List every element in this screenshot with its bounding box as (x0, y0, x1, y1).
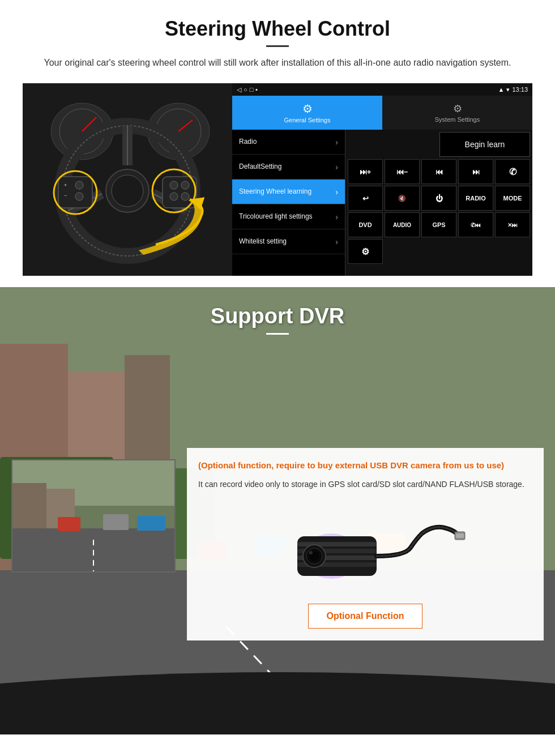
ctrl-btn-mode[interactable]: MODE (495, 186, 530, 211)
statusbar-square: □ (250, 86, 254, 93)
statusbar-time: 13:13 (512, 86, 528, 93)
dvr-thumb-inner (12, 460, 174, 571)
svg-point-16 (112, 175, 143, 207)
ctrl-btn-radio[interactable]: RADIO (458, 186, 493, 211)
svg-rect-42 (12, 483, 46, 528)
chevron-icon: › (335, 212, 338, 221)
dvr-lower: (Optional function, require to buy exter… (0, 448, 555, 640)
system-settings-icon: ⚙ (453, 102, 462, 115)
menu-area: Radio › DefaultSetting › Steering Wheel … (232, 130, 532, 276)
general-settings-icon: ⚙ (302, 102, 313, 116)
svg-point-23 (170, 181, 178, 189)
dvr-thumb-svg (12, 460, 174, 571)
statusbar-back: ◁ (237, 86, 241, 93)
dvr-description: It can record video only to storage in G… (198, 478, 532, 490)
dvr-thumbnail (11, 459, 176, 573)
ctrl-btn-vol-dn[interactable]: ⏮− (385, 159, 420, 184)
svg-rect-45 (58, 517, 80, 531)
menu-item-steering[interactable]: Steering Wheel learning › (232, 180, 345, 204)
svg-point-20 (75, 181, 83, 189)
optional-function-container: Optional Function (198, 599, 532, 629)
ctrl-btn-mute[interactable]: 🔇 (385, 186, 420, 211)
steering-section: Steering Wheel Control Your original car… (0, 0, 555, 287)
menu-item-whitelist[interactable]: Whitelist setting › (232, 229, 345, 254)
dvr-section: Support DVR (0, 287, 555, 734)
ctrl-btn-phone-prev[interactable]: ✆⏮ (458, 212, 493, 237)
statusbar-signal: ▲ (498, 86, 505, 93)
menu-item-radio[interactable]: Radio › (232, 130, 345, 155)
dvr-optional-notice: (Optional function, require to buy exter… (198, 459, 532, 471)
svg-text:+: + (64, 182, 67, 188)
dvr-camera-image (198, 499, 532, 590)
dvr-content: Support DVR (0, 287, 555, 346)
dvr-title: Support DVR (23, 304, 532, 328)
title-divider (266, 45, 289, 47)
button-grid: ⏭+ ⏮− ⏮ ⏭ ✆ ↩ 🔇 ⏻ RADIO MODE DVD AUDIO G… (348, 159, 530, 264)
steering-title: Steering Wheel Control (23, 17, 532, 41)
button-grid-area: Begin learn ⏭+ ⏮− ⏮ ⏭ ✆ ↩ 🔇 ⏻ RADIO MODE… (345, 130, 532, 276)
menu-item-default-label: DefaultSetting (239, 163, 281, 172)
svg-point-25 (170, 193, 178, 200)
ctrl-btn-next2[interactable]: ✕⏭ (495, 212, 530, 237)
menu-item-whitelist-label: Whitelist setting (239, 237, 287, 246)
tab-row: ⚙ General Settings ⚙ System Settings (232, 96, 532, 130)
begin-learn-row: Begin learn (348, 132, 530, 157)
svg-point-57 (309, 551, 313, 554)
steering-composite: + − (23, 83, 532, 276)
ctrl-btn-prev[interactable]: ⏮ (421, 159, 456, 184)
svg-text:−: − (64, 193, 67, 198)
ctrl-btn-gps[interactable]: GPS (421, 212, 456, 237)
tab-system-settings[interactable]: ⚙ System Settings (382, 96, 532, 130)
chevron-icon: › (335, 138, 338, 147)
ctrl-btn-next[interactable]: ⏭ (458, 159, 493, 184)
ctrl-btn-audio[interactable]: AUDIO (385, 212, 420, 237)
steering-description: Your original car's steering wheel contr… (34, 56, 521, 70)
svg-point-26 (181, 193, 189, 200)
ctrl-btn-power[interactable]: ⏻ (421, 186, 456, 211)
dvr-camera-svg (263, 502, 467, 587)
tab-general-label: General Settings (284, 117, 331, 123)
svg-rect-46 (103, 514, 129, 530)
svg-rect-47 (137, 516, 165, 531)
statusbar-menu: ▪ (255, 86, 258, 93)
statusbar-home: ○ (244, 86, 247, 93)
svg-point-24 (181, 181, 189, 189)
android-statusbar: ◁ ○ □ ▪ ▲ ▾ 13:13 (232, 83, 532, 96)
svg-point-21 (75, 193, 83, 200)
chevron-icon: › (335, 237, 338, 246)
menu-item-tricolour-label: Tricoloured light settings (239, 212, 313, 221)
svg-rect-17 (58, 177, 92, 208)
chevron-icon: › (335, 187, 338, 197)
steering-wheel-photo: + − (23, 83, 232, 276)
tab-system-label: System Settings (435, 116, 480, 123)
tab-general-settings[interactable]: ⚙ General Settings (232, 96, 382, 130)
menu-item-default[interactable]: DefaultSetting › (232, 155, 345, 180)
menu-item-steering-label: Steering Wheel learning (239, 187, 311, 197)
ctrl-btn-phone[interactable]: ✆ (495, 159, 530, 184)
ctrl-btn-dvd[interactable]: DVD (348, 212, 383, 237)
svg-rect-59 (456, 533, 464, 538)
statusbar-wifi: ▾ (506, 86, 510, 93)
menu-item-radio-label: Radio (239, 138, 257, 147)
steering-wheel-svg: + − (25, 86, 229, 273)
menu-item-tricolour[interactable]: Tricoloured light settings › (232, 204, 345, 229)
android-panel: ◁ ○ □ ▪ ▲ ▾ 13:13 ⚙ General Settings ⚙ S… (232, 83, 532, 276)
menu-list: Radio › DefaultSetting › Steering Wheel … (232, 130, 345, 276)
optional-function-button[interactable]: Optional Function (308, 604, 423, 629)
ctrl-btn-extra[interactable]: ⚙ (348, 239, 383, 264)
dvr-info-card: (Optional function, require to buy exter… (187, 448, 544, 640)
chevron-icon: › (335, 163, 338, 172)
begin-learn-button[interactable]: Begin learn (439, 132, 530, 157)
dvr-title-divider (266, 333, 289, 335)
ctrl-btn-vol-up[interactable]: ⏭+ (348, 159, 383, 184)
ctrl-btn-back[interactable]: ↩ (348, 186, 383, 211)
